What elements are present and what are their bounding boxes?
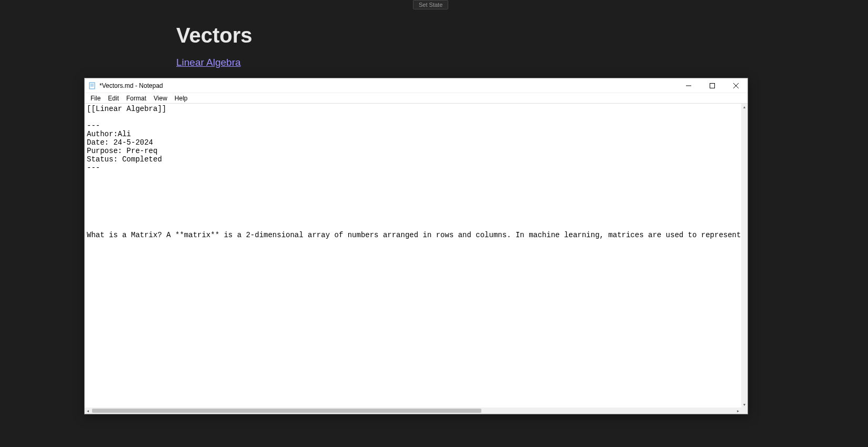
notepad-window: *Vectors.md - Notepad File Edit Format V… [84,78,748,414]
scroll-corner [741,408,748,414]
menu-edit[interactable]: Edit [104,94,123,103]
svg-rect-0 [89,83,95,89]
text-area-wrapper: [[Linear Algebra]] --- Author:Ali Date: … [85,104,748,414]
scroll-up-arrow-icon[interactable]: ▴ [741,104,748,110]
menubar: File Edit Format View Help [85,93,748,104]
menu-help[interactable]: Help [171,94,191,103]
titlebar[interactable]: *Vectors.md - Notepad [85,78,748,93]
scroll-down-arrow-icon[interactable]: ▾ [741,401,748,408]
horizontal-scroll-thumb[interactable] [92,409,481,413]
svg-rect-5 [710,83,714,88]
window-title: *Vectors.md - Notepad [99,82,677,89]
close-button[interactable] [724,78,748,93]
linear-algebra-link[interactable]: Linear Algebra [176,57,241,68]
text-editor[interactable]: [[Linear Algebra]] --- Author:Ali Date: … [85,104,741,408]
menu-format[interactable]: Format [123,94,150,103]
horizontal-scrollbar[interactable]: ◂ ▸ [85,408,741,414]
maximize-button[interactable] [700,78,724,93]
notepad-icon [88,82,96,90]
set-state-button[interactable]: Set State [413,0,448,9]
menu-file[interactable]: File [87,94,104,103]
vertical-scrollbar[interactable]: ▴ ▾ [741,104,748,408]
background-page: Vectors Linear Algebra [176,24,253,68]
scroll-right-arrow-icon[interactable]: ▸ [735,408,741,414]
window-controls [677,78,748,93]
page-title: Vectors [176,24,253,47]
minimize-button[interactable] [677,78,700,93]
menu-view[interactable]: View [150,94,171,103]
scroll-left-arrow-icon[interactable]: ◂ [85,408,91,414]
